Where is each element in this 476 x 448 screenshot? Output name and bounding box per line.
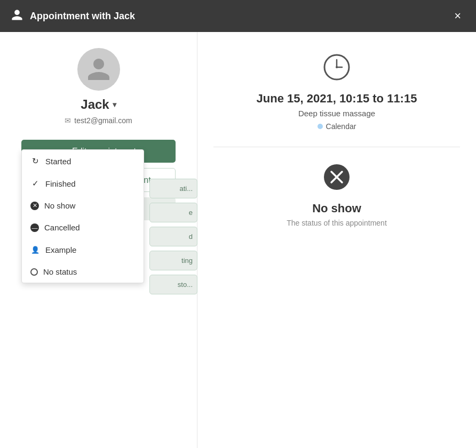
left-panel: Jack ▾ ✉ test2@gmail.com ✏ Edit appointm… <box>0 32 197 448</box>
dropdown-item-no-show[interactable]: ✕ No show <box>22 195 144 217</box>
dropdown-item-example[interactable]: 👤 Example <box>22 238 144 261</box>
avatar <box>77 48 120 91</box>
partial-btn-1[interactable]: ati... <box>149 179 197 198</box>
minus-circle-icon: — <box>30 223 39 232</box>
right-panel: June 15, 2021, 10:15 to 11:15 Deep tissu… <box>197 32 476 448</box>
name-dropdown-caret[interactable]: ▾ <box>113 100 116 109</box>
person-icon <box>11 9 23 23</box>
status-dropdown-menu: ↻ Started ✓ Finished ✕ No show — Cancell… <box>21 149 144 283</box>
patient-name: Jack ▾ <box>81 97 116 112</box>
partial-btn-2[interactable]: e <box>149 203 197 222</box>
header-left: Appointment with Jack <box>11 9 135 23</box>
check-icon: ✓ <box>30 179 40 188</box>
appointment-status-section: No show The status of this appointment <box>213 163 460 227</box>
dropdown-item-cancelled[interactable]: — Cancelled <box>22 217 144 238</box>
appointment-info-section: June 15, 2021, 10:15 to 11:15 Deep tissu… <box>213 53 460 147</box>
x-circle-icon: ✕ <box>30 202 39 210</box>
partial-btn-3[interactable]: d <box>149 227 197 246</box>
close-button[interactable]: × <box>450 8 465 24</box>
partial-buttons-area: ati... e d ting sto... <box>149 179 197 294</box>
dropdown-item-started[interactable]: ↻ Started <box>22 150 144 172</box>
clock-icon <box>323 53 351 83</box>
calendar-badge: Calendar <box>318 122 356 131</box>
appointment-service: Deep tissue massage <box>298 109 375 118</box>
circle-icon <box>30 268 38 276</box>
status-title: No show <box>312 202 361 215</box>
modal-title: Appointment with Jack <box>30 11 135 22</box>
no-show-icon <box>323 163 351 193</box>
person-icon: 👤 <box>30 245 40 254</box>
dropdown-item-finished[interactable]: ✓ Finished <box>22 172 144 195</box>
modal-body: Jack ▾ ✉ test2@gmail.com ✏ Edit appointm… <box>0 32 476 448</box>
appointment-datetime: June 15, 2021, 10:15 to 11:15 <box>257 92 417 106</box>
svg-point-3 <box>336 66 338 68</box>
patient-email: ✉ test2@gmail.com <box>65 116 132 125</box>
partial-btn-4[interactable]: ting <box>149 251 197 270</box>
status-subtitle: The status of this appointment <box>287 219 387 227</box>
refresh-icon: ↻ <box>30 156 40 166</box>
email-icon: ✉ <box>65 116 71 125</box>
dropdown-item-no-status[interactable]: No status <box>22 261 144 283</box>
partial-btn-5[interactable]: sto... <box>149 275 197 294</box>
modal-header: Appointment with Jack × <box>0 0 476 32</box>
calendar-color-dot <box>318 124 323 129</box>
